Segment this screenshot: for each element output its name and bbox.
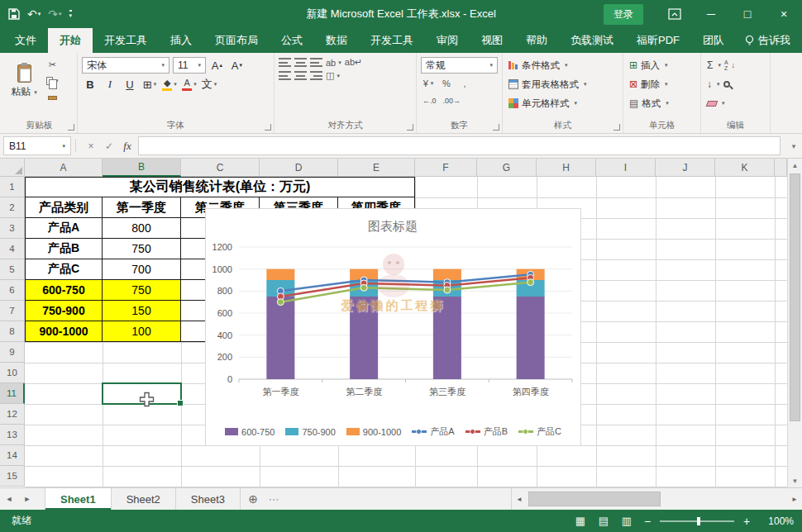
format-as-table-button[interactable]: 套用表格格式▾ <box>507 76 618 93</box>
zoom-percentage[interactable]: 100% <box>759 515 794 527</box>
clipboard-dialog-launcher[interactable] <box>68 124 74 131</box>
legend-item-600-750[interactable]: 600-750 <box>225 427 274 437</box>
sheet-nav-left-arrow[interactable]: ◄ <box>0 488 18 510</box>
login-button[interactable]: 登录 <box>604 4 643 25</box>
page-layout-view-button[interactable]: ▤ <box>595 515 612 527</box>
tab-团队[interactable]: 团队 <box>691 28 736 53</box>
tab-视图[interactable]: 视图 <box>470 28 514 53</box>
font-dialog-launcher[interactable] <box>265 124 271 131</box>
fill-button[interactable]: ↓ <box>707 79 712 89</box>
underline-button[interactable]: U <box>122 76 138 93</box>
scroll-right-arrow[interactable]: ► <box>787 488 802 510</box>
close-button[interactable]: × <box>766 0 802 28</box>
borders-button[interactable]: ⊞▾ <box>141 76 158 93</box>
styles-dialog-launcher[interactable] <box>613 124 620 131</box>
format-painter-button[interactable] <box>45 90 60 105</box>
horizontal-scrollbar[interactable]: ◄ ► <box>511 488 802 510</box>
column-header-B[interactable]: B <box>103 159 181 177</box>
bar-600-750-第三季度[interactable] <box>433 297 461 379</box>
row-header-13[interactable]: 13 <box>0 425 25 445</box>
align-left-button[interactable] <box>279 71 291 80</box>
cell-B8[interactable]: 100 <box>103 321 181 342</box>
select-all-button[interactable] <box>0 159 25 177</box>
cell-A2[interactable]: 产品类别 <box>25 197 103 218</box>
format-cells-button[interactable]: ▤格式▾ <box>628 95 696 112</box>
percent-style-button[interactable]: % <box>439 76 454 91</box>
align-right-button[interactable] <box>310 71 322 80</box>
row-header-8[interactable]: 8 <box>0 321 25 342</box>
column-header-G[interactable]: G <box>477 159 537 177</box>
cell-B6[interactable]: 750 <box>103 280 181 301</box>
tell-me-button[interactable]: 告诉我 <box>744 33 790 48</box>
ribbon-display-options-button[interactable] <box>656 0 693 28</box>
cell-B2[interactable]: 第一季度 <box>103 197 181 218</box>
cell-B4[interactable]: 750 <box>103 239 181 259</box>
row-header-2[interactable]: 2 <box>0 197 25 218</box>
decrease-decimal-button[interactable]: .00→ <box>442 93 463 108</box>
copy-button[interactable]: ▾ <box>45 74 60 88</box>
number-format-select[interactable]: 常规▾ <box>421 57 498 74</box>
middle-align-button[interactable] <box>294 58 307 67</box>
top-align-button[interactable] <box>279 58 291 67</box>
cell-A6[interactable]: 600-750 <box>25 280 103 301</box>
find-select-button[interactable] <box>723 81 730 88</box>
comma-style-button[interactable]: , <box>457 76 472 91</box>
grow-font-button[interactable]: A▲ <box>209 57 226 74</box>
legend-item-产品B[interactable]: 产品B <box>465 425 508 438</box>
wrap-text-button[interactable]: ab↵ <box>345 57 362 68</box>
conditional-formatting-button[interactable]: 条件格式▾ <box>507 57 618 74</box>
cell-A4[interactable]: 产品B <box>25 239 103 259</box>
bar-600-750-第二季度[interactable] <box>350 297 378 379</box>
bar-900-1000-第三季度[interactable] <box>433 269 461 280</box>
tab-开发工具[interactable]: 开发工具 <box>359 28 425 53</box>
row-header-3[interactable]: 3 <box>0 218 25 239</box>
zoom-slider[interactable] <box>660 520 734 522</box>
phonetic-guide-button[interactable]: 文▾ <box>201 76 217 93</box>
increase-decimal-button[interactable]: ←.0 <box>421 93 438 108</box>
save-button[interactable] <box>8 8 20 20</box>
paste-button[interactable]: 粘贴▾ <box>6 57 42 105</box>
column-header-E[interactable]: E <box>338 159 415 177</box>
column-header-A[interactable]: A <box>25 159 103 177</box>
row-header-12[interactable]: 12 <box>0 404 25 425</box>
font-size-select[interactable]: 11▾ <box>173 57 206 74</box>
tab-福昕PDF[interactable]: 福昕PDF <box>625 28 691 53</box>
cell-A3[interactable]: 产品A <box>25 218 103 239</box>
font-name-select[interactable]: 宋体▾ <box>82 57 169 74</box>
horizontal-scroll-track[interactable] <box>527 488 787 510</box>
column-header-D[interactable]: D <box>260 159 338 177</box>
add-sheet-button[interactable]: ⊕ <box>241 488 265 510</box>
column-header-J[interactable]: J <box>656 159 715 177</box>
sheet-tab-Sheet1[interactable]: Sheet1 <box>45 488 112 510</box>
column-header-K[interactable]: K <box>715 159 775 177</box>
row-header-11[interactable]: 11 <box>0 383 25 404</box>
redo-button[interactable]: ↷▾ <box>48 7 61 21</box>
formula-bar-expand-button[interactable]: ▾ <box>785 134 802 158</box>
row-header-1[interactable]: 1 <box>0 177 25 197</box>
enter-icon[interactable]: ✓ <box>100 134 118 158</box>
normal-view-button[interactable]: ▦ <box>572 515 589 527</box>
chart[interactable]: 爱偷懒的工程狮 600-750750-900900-1000产品A产品B产品C … <box>205 208 581 446</box>
customize-quick-access-button[interactable]: ▾ <box>69 10 73 18</box>
tab-页面布局[interactable]: 页面布局 <box>203 28 270 53</box>
delete-cells-button[interactable]: ⊠删除▾ <box>628 76 696 93</box>
chart-title[interactable]: 图表标题 <box>368 219 418 233</box>
cell-B3[interactable]: 800 <box>103 218 181 239</box>
tab-帮助[interactable]: 帮助 <box>514 28 559 53</box>
legend-item-750-900[interactable]: 750-900 <box>285 427 335 437</box>
bottom-align-button[interactable] <box>310 58 322 67</box>
zoom-in-button[interactable]: + <box>741 515 752 528</box>
sheet-nav-right-arrow[interactable]: ► <box>18 488 36 510</box>
insert-function-button[interactable]: fx <box>118 134 136 158</box>
row-header-15[interactable]: 15 <box>0 466 25 487</box>
tab-插入[interactable]: 插入 <box>159 28 203 53</box>
sort-filter-button[interactable]: AZ <box>724 59 728 71</box>
tab-文件[interactable]: 文件 <box>3 28 48 53</box>
scroll-left-arrow[interactable]: ◄ <box>512 488 527 510</box>
fill-color-button[interactable]: ◆▾ <box>161 76 178 93</box>
legend-item-产品C[interactable]: 产品C <box>518 425 561 438</box>
clear-button[interactable] <box>706 101 718 107</box>
cell-A8[interactable]: 900-1000 <box>25 321 103 342</box>
vertical-scroll-thumb[interactable] <box>790 173 800 421</box>
horizontal-scroll-thumb[interactable] <box>528 492 661 506</box>
